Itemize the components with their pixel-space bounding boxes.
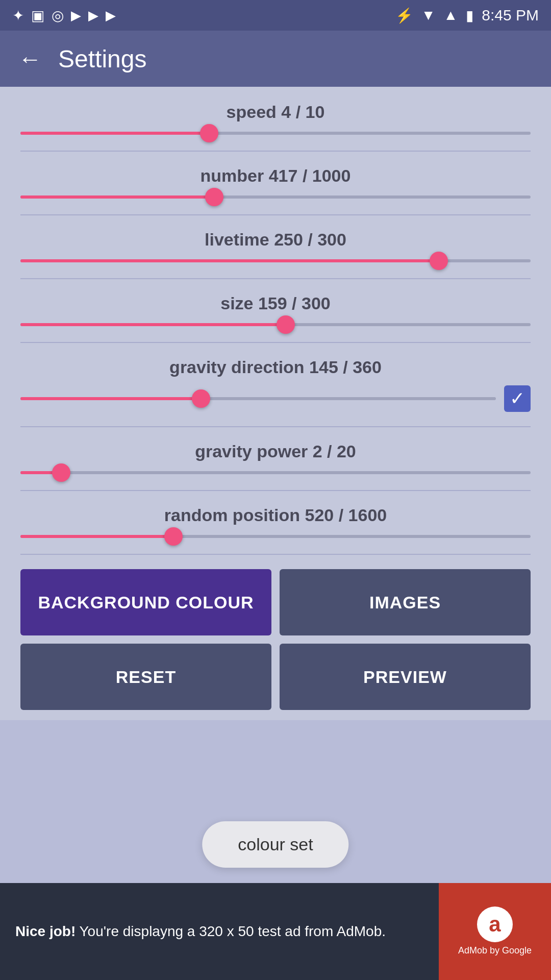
slider-track-speed[interactable] [20, 130, 531, 136]
ad-regular-text: You're displayng a 320 x 50 test ad from… [76, 923, 386, 939]
slider-track-size[interactable] [20, 322, 531, 328]
slider-track-random_position[interactable] [20, 533, 531, 540]
admob-logo: a AdMob by Google [439, 883, 551, 980]
slider-section-livetime: livetime 250 / 300 [20, 230, 531, 264]
status-icons-right: ⚡ ▼ ▲ ▮ 8:45 PM [395, 7, 539, 24]
divider-0 [20, 151, 531, 152]
slider-section-number: number 417 / 1000 [20, 166, 531, 200]
slider-thumb-livetime[interactable] [430, 252, 448, 270]
bluetooth-icon: ⚡ [395, 7, 413, 24]
reset-button[interactable]: RESET [20, 644, 271, 710]
page-title: Settings [58, 45, 146, 73]
slider-row-size [20, 322, 531, 328]
slider-track-gravity_direction[interactable] [20, 396, 496, 402]
divider-4 [20, 426, 531, 427]
admob-letter: a [489, 912, 500, 937]
battery-icon: ▮ [466, 7, 473, 24]
settings-content: speed 4 / 10number 417 / 1000livetime 25… [0, 87, 551, 720]
buttons-grid: BACKGROUND COLOURIMAGESRESETPREVIEW [20, 569, 531, 710]
slider-label-speed: speed 4 / 10 [20, 102, 531, 122]
slider-thumb-random_position[interactable] [164, 527, 183, 546]
ad-banner: Nice job! You're displayng a 320 x 50 te… [0, 883, 551, 980]
divider-1 [20, 214, 531, 215]
slider-label-number: number 417 / 1000 [20, 166, 531, 186]
slider-label-gravity_power: gravity power 2 / 20 [20, 442, 531, 461]
slider-track-livetime[interactable] [20, 258, 531, 264]
bg_colour-button[interactable]: BACKGROUND COLOUR [20, 569, 271, 635]
slider-fill-gravity_direction [20, 397, 201, 400]
back-button[interactable]: ← [18, 45, 42, 72]
status-bar: ✦ ▣ ◎ ▶ ▶ ▶ ⚡ ▼ ▲ ▮ 8:45 PM [0, 0, 551, 31]
admob-text: AdMob by Google [458, 945, 532, 957]
divider-2 [20, 278, 531, 279]
slider-label-random_position: random position 520 / 1600 [20, 505, 531, 525]
status-time: 8:45 PM [482, 7, 539, 24]
wifi-icon: ▼ [421, 7, 436, 23]
slider-thumb-size[interactable] [277, 315, 295, 334]
check-icon: ✓ [510, 388, 525, 409]
slider-bg-gravity_power [20, 471, 531, 474]
slider-track-gravity_power[interactable] [20, 470, 531, 476]
slider-thumb-number[interactable] [205, 188, 223, 206]
admob-icon: a [477, 906, 513, 942]
slider-fill-speed [20, 132, 209, 135]
slider-row-speed [20, 130, 531, 136]
slider-fill-number [20, 195, 214, 199]
signal-icon: ▲ [444, 7, 458, 23]
app-icon-5: ▶ [88, 8, 98, 23]
toast-text: colour set [238, 835, 313, 854]
ad-bold-text: Nice job! [15, 923, 76, 939]
images-button[interactable]: IMAGES [280, 569, 531, 635]
slider-row-gravity_direction: ✓ [20, 385, 531, 412]
divider-3 [20, 342, 531, 343]
slider-label-gravity_direction: gravity direction 145 / 360 [20, 357, 531, 377]
app-icon-2: ▣ [31, 7, 44, 24]
slider-fill-random_position [20, 535, 173, 538]
app-icon-4: ▶ [71, 8, 81, 23]
slider-row-number [20, 194, 531, 200]
app-icon-6: ▶ [106, 8, 116, 23]
slider-thumb-gravity_direction[interactable] [192, 389, 210, 408]
slider-section-gravity_power: gravity power 2 / 20 [20, 442, 531, 476]
divider-5 [20, 490, 531, 491]
slider-row-random_position [20, 533, 531, 540]
slider-label-livetime: livetime 250 / 300 [20, 230, 531, 250]
slider-fill-livetime [20, 259, 439, 262]
slider-label-size: size 159 / 300 [20, 293, 531, 313]
slider-section-random_position: random position 520 / 1600 [20, 505, 531, 540]
slider-fill-size [20, 323, 286, 326]
ad-text-area: Nice job! You're displayng a 320 x 50 te… [0, 913, 439, 950]
slider-row-livetime [20, 258, 531, 264]
slider-track-number[interactable] [20, 194, 531, 200]
slider-section-speed: speed 4 / 10 [20, 102, 531, 136]
slider-thumb-speed[interactable] [200, 124, 218, 142]
divider-6 [20, 554, 531, 555]
slider-thumb-gravity_power[interactable] [52, 463, 70, 482]
app-bar: ← Settings [0, 31, 551, 87]
app-icon-1: ✦ [12, 7, 24, 24]
slider-row-gravity_power [20, 470, 531, 476]
slider-section-gravity_direction: gravity direction 145 / 360✓ [20, 357, 531, 412]
checkbox-gravity_direction[interactable]: ✓ [504, 385, 531, 412]
toast-message: colour set [202, 821, 348, 868]
app-icon-3: ◎ [52, 7, 64, 24]
status-icons-left: ✦ ▣ ◎ ▶ ▶ ▶ [12, 7, 116, 24]
preview-button[interactable]: PREVIEW [280, 644, 531, 710]
slider-section-size: size 159 / 300 [20, 293, 531, 328]
